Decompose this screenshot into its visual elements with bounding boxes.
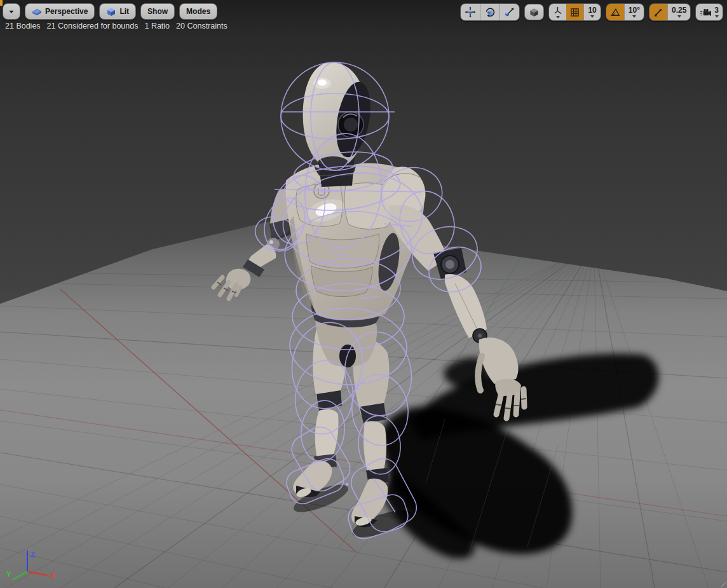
status-considered-bounds: 21 Considered for bounds [47, 22, 139, 31]
scale-snap-group: 0.25 [649, 3, 691, 21]
coordinate-space-button[interactable] [524, 4, 544, 20]
chevron-down-icon [7, 7, 16, 16]
rotation-snap-value: 10° [628, 6, 640, 14]
camera-speed-caret [715, 15, 719, 18]
grid-snap-toggle[interactable] [566, 4, 583, 20]
move-arrows-icon [465, 6, 476, 18]
status-constraints: 20 Constraints [176, 22, 228, 31]
viewport-options-button[interactable] [3, 3, 20, 20]
gizmo-y-label: Y [6, 570, 11, 578]
lit-label: Lit [119, 7, 129, 16]
viewport-3d-scene[interactable]: Z X Y [0, 0, 727, 588]
grid-snap-group: 10 [548, 3, 601, 21]
camera-speed-button[interactable]: 3 [696, 4, 723, 20]
lit-button[interactable]: Lit [99, 3, 136, 20]
perspective-icon [32, 6, 42, 17]
translate-tool-button[interactable] [461, 4, 480, 20]
axis-snap-icon [553, 6, 562, 15]
camera-icon [700, 8, 712, 17]
status-bodies: 21 Bodies [5, 22, 41, 31]
grid-snap-value-button[interactable]: 10 [583, 4, 600, 20]
lit-cube-icon [106, 6, 116, 17]
world-cube-icon [529, 7, 540, 18]
status-ratio: 1 Ratio [144, 22, 170, 31]
physics-status-line: 21 Bodies 21 Considered for bounds 1 Rat… [5, 22, 228, 31]
scale-diagonal-icon [504, 6, 515, 18]
rotation-snap-value-button[interactable]: 10° [624, 4, 644, 20]
camera-speed-value: 3 [714, 6, 719, 14]
rotate-tool-button[interactable] [480, 4, 499, 20]
scale-snap-caret [677, 15, 681, 18]
rotation-snap-group: 10° [606, 3, 644, 21]
grid-icon [570, 8, 580, 17]
grid-snap-caret [590, 15, 594, 18]
scale-snap-value: 0.25 [672, 6, 686, 14]
viewport-focus-corner [0, 0, 3, 6]
scale-tool-button[interactable] [499, 4, 519, 20]
angle-snap-icon [610, 7, 620, 17]
viewport-toolbar-left: Perspective Lit Show Modes [3, 3, 217, 20]
gizmo-x-label: X [50, 571, 55, 579]
scale-snap-value-button[interactable]: 0.25 [667, 4, 690, 20]
transform-tools-group [460, 3, 520, 21]
modes-button[interactable]: Modes [179, 3, 217, 20]
rotation-snap-caret [632, 15, 636, 18]
show-button[interactable]: Show [140, 3, 175, 20]
rotation-snap-toggle[interactable] [606, 4, 624, 20]
scale-snap-toggle[interactable] [649, 4, 667, 20]
surface-snap-button[interactable] [549, 4, 566, 20]
perspective-label: Perspective [45, 7, 88, 16]
resize-grip[interactable] [721, 582, 726, 587]
perspective-button[interactable]: Perspective [25, 3, 95, 20]
viewport-toolbar-right: 10 10° [460, 3, 723, 21]
modes-label: Modes [186, 7, 210, 16]
grid-snap-value: 10 [588, 6, 596, 14]
rotate-arc-icon [484, 6, 496, 18]
physics-asset-editor-viewport: Z X Y Perspective Lit [0, 0, 727, 588]
gizmo-z-label: Z [31, 550, 35, 558]
surface-snap-caret [556, 16, 560, 18]
physics-handle-dot[interactable] [346, 483, 349, 486]
camera-speed-group: 3 [695, 3, 723, 21]
scale-snap-arrow-icon [653, 7, 663, 17]
show-label: Show [147, 7, 168, 16]
